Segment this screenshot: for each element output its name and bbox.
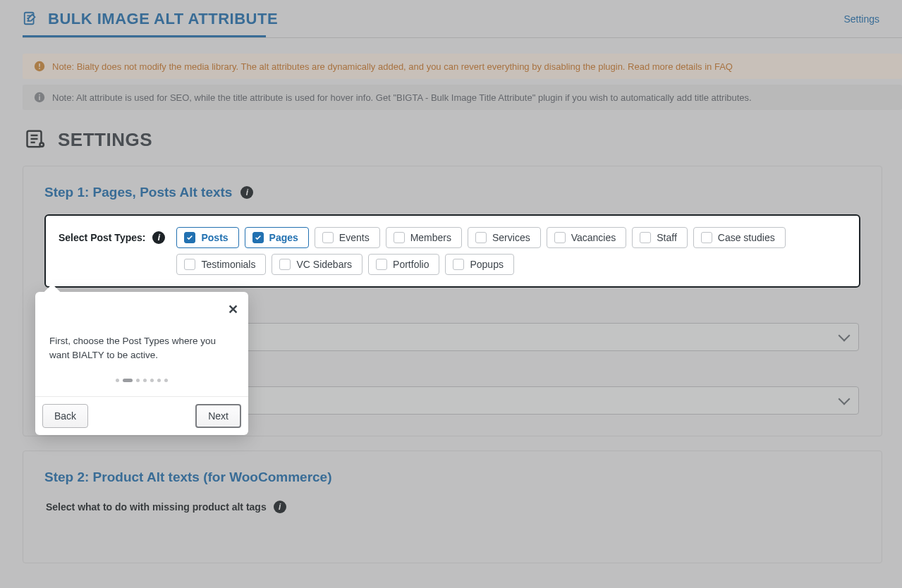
svg-rect-6 xyxy=(39,94,40,96)
checkbox-icon xyxy=(640,232,651,243)
notice-warning-text: Note: Bialty does not modify the media l… xyxy=(52,61,733,72)
svg-rect-5 xyxy=(39,96,40,100)
post-type-chip[interactable]: Events xyxy=(315,227,380,248)
svg-point-9 xyxy=(41,144,43,146)
step-dot xyxy=(164,379,168,382)
post-type-chip-label: Pages xyxy=(269,232,298,243)
chevron-down-icon xyxy=(839,330,851,342)
page-title: BULK IMAGE ALT ATTRIBUTE xyxy=(48,10,278,28)
step-progress-dots xyxy=(49,379,234,382)
checkbox-icon xyxy=(554,232,566,243)
settings-link[interactable]: Settings xyxy=(843,13,879,25)
checkbox-icon xyxy=(701,232,712,243)
post-type-chip[interactable]: Vacancies xyxy=(547,227,627,248)
checkbox-icon xyxy=(279,259,291,270)
post-type-chip-label: Services xyxy=(492,232,530,243)
checkbox-icon xyxy=(394,232,405,243)
post-type-chip-label: Staff xyxy=(657,232,677,243)
post-type-chip-label: Posts xyxy=(201,232,228,243)
post-types-chips: Posts Pages Events Members Services Vaca… xyxy=(176,227,846,275)
info-badge-icon[interactable]: i xyxy=(274,501,286,513)
notice-info-text: Note: Alt attribute is used for SEO, whi… xyxy=(52,92,752,103)
settings-gear-list-icon xyxy=(25,128,47,152)
post-types-label: Select Post Types: xyxy=(59,232,145,243)
warning-icon xyxy=(34,61,45,72)
tooltip-text: First, choose the Post Types where you w… xyxy=(49,334,234,362)
post-type-chip[interactable]: Portfolio xyxy=(368,254,439,275)
post-type-chip[interactable]: Posts xyxy=(176,227,238,248)
step-dot xyxy=(157,379,161,382)
notice-info: Note: Alt attribute is used for SEO, whi… xyxy=(23,85,902,110)
info-icon xyxy=(34,92,45,103)
post-type-chip-label: Events xyxy=(339,232,370,243)
post-type-chip[interactable]: Staff xyxy=(632,227,688,248)
post-type-chip[interactable]: Pages xyxy=(245,227,309,248)
tabs-divider xyxy=(23,37,902,38)
back-button[interactable]: Back xyxy=(42,404,88,428)
checkbox-icon xyxy=(376,259,387,270)
checkbox-icon xyxy=(475,232,487,243)
step2-card: Step 2: Product Alt texts (for WooCommer… xyxy=(23,451,882,563)
notice-warning-prefix: Note: Bialty does not modify the media l… xyxy=(52,61,628,72)
next-button[interactable]: Next xyxy=(195,404,241,428)
post-type-chip-label: Portfolio xyxy=(393,259,429,270)
post-type-chip-label: Testimonials xyxy=(201,259,255,270)
post-types-label-row: Select Post Types: i xyxy=(59,227,165,244)
post-type-chip-label: Members xyxy=(410,232,451,243)
post-types-highlight: Select Post Types: i Posts Pages Events … xyxy=(44,214,860,288)
checkbox-icon xyxy=(184,259,195,270)
info-badge-icon[interactable]: i xyxy=(240,186,253,199)
checkbox-icon xyxy=(252,232,264,243)
checkbox-icon xyxy=(453,259,464,270)
checkbox-icon xyxy=(184,232,195,243)
step2-heading: Step 2: Product Alt texts (for WooCommer… xyxy=(44,470,332,485)
faq-link[interactable]: Read more details in FAQ xyxy=(628,61,733,72)
post-type-chip[interactable]: Popups xyxy=(445,254,513,275)
chevron-down-icon xyxy=(839,393,851,405)
post-type-chip[interactable]: Testimonials xyxy=(176,254,266,275)
post-type-chip-label: Vacancies xyxy=(571,232,616,243)
step2-heading-row: Step 2: Product Alt texts (for WooCommer… xyxy=(44,470,860,485)
header: BULK IMAGE ALT ATTRIBUTE Settings xyxy=(0,0,902,28)
post-type-chip[interactable]: VC Sidebars xyxy=(272,254,362,275)
section-title: SETTINGS xyxy=(58,129,152,151)
svg-rect-2 xyxy=(39,63,40,67)
step1-heading-row: Step 1: Pages, Posts Alt texts i xyxy=(44,185,860,200)
post-type-chip-label: VC Sidebars xyxy=(296,259,352,270)
step-dot-active xyxy=(123,379,133,382)
section-header: SETTINGS xyxy=(25,128,902,152)
step-dot xyxy=(116,379,119,382)
step1-heading: Step 1: Pages, Posts Alt texts xyxy=(44,185,232,200)
step2-label: Select what to do with missing product a… xyxy=(46,501,267,513)
onboarding-tooltip: ✕ First, choose the Post Types where you… xyxy=(35,292,248,435)
post-type-chip-label: Popups xyxy=(470,259,503,270)
post-type-chip[interactable]: Case studies xyxy=(693,227,786,248)
svg-rect-3 xyxy=(39,68,40,69)
checkbox-icon xyxy=(322,232,334,243)
post-type-chip[interactable]: Services xyxy=(468,227,541,248)
post-type-chip[interactable]: Members xyxy=(386,227,462,248)
doc-edit-icon xyxy=(23,11,38,28)
step-dot xyxy=(143,379,147,382)
close-icon[interactable]: ✕ xyxy=(228,303,238,316)
post-type-chip-label: Case studies xyxy=(718,232,775,243)
notice-warning: Note: Bialty does not modify the media l… xyxy=(23,54,902,79)
header-left: BULK IMAGE ALT ATTRIBUTE xyxy=(23,10,278,28)
step2-label-row: Select what to do with missing product a… xyxy=(46,501,859,513)
info-badge-icon[interactable]: i xyxy=(152,231,165,244)
step-dot xyxy=(136,379,140,382)
step-dot xyxy=(150,379,154,382)
